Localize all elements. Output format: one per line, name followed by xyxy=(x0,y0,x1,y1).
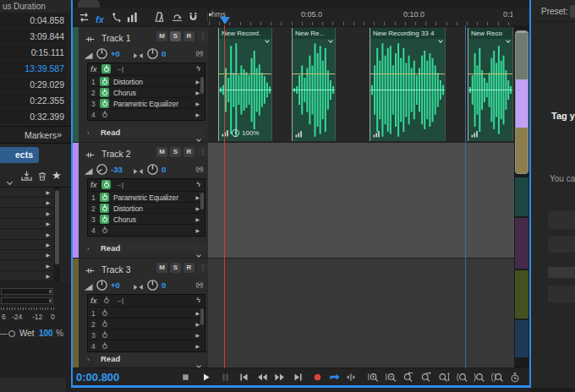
settings-list-row[interactable] xyxy=(548,267,575,278)
row-expand-arrow-icon[interactable]: ▶ xyxy=(46,263,50,269)
clip-header[interactable]: New Record… xyxy=(468,28,512,39)
audio-clip[interactable]: New Recording 33 4… xyxy=(370,28,446,141)
effect-power-off-icon[interactable] xyxy=(100,330,109,340)
preset-list-row[interactable]: ▶ xyxy=(0,250,52,260)
effect-options-arrow-icon[interactable]: ▶ xyxy=(195,194,200,200)
duration-list-item[interactable]: 3:09.844 xyxy=(0,29,64,45)
row-expand-arrow-icon[interactable]: ▶ xyxy=(46,231,50,237)
navigator-scroll-thumb[interactable] xyxy=(515,30,528,174)
audio-clip[interactable]: New Re… xyxy=(292,28,336,141)
effect-slot[interactable]: 1Distortion▶ xyxy=(88,75,205,86)
duration-list-item[interactable]: 0:29.029 xyxy=(0,77,64,93)
scrollbar-thumb[interactable] xyxy=(55,190,59,264)
effect-options-arrow-icon[interactable]: ▶ xyxy=(195,216,200,222)
star-icon[interactable]: ★ xyxy=(52,169,62,182)
zoom-out-button[interactable] xyxy=(383,370,398,384)
go-to-end-button[interactable] xyxy=(290,370,305,384)
effect-slot[interactable]: 4▶ xyxy=(88,224,205,235)
settings-list-row[interactable] xyxy=(548,211,575,229)
effect-options-arrow-icon[interactable]: ▶ xyxy=(195,205,200,211)
track-name[interactable]: Track 2 xyxy=(101,149,131,159)
effect-slot[interactable]: 2Chorus▶ xyxy=(88,86,205,97)
routing-icon[interactable] xyxy=(111,11,124,24)
duration-list-item[interactable]: 13:39.587 xyxy=(0,61,64,77)
track-r-button[interactable]: R xyxy=(183,31,194,41)
track-r-button[interactable]: R xyxy=(183,147,194,157)
duration-list-item[interactable]: 0:04.858 xyxy=(0,13,64,29)
monitor-input-icon[interactable]: ((•)) xyxy=(196,281,203,287)
automation-mode-dropdown[interactable]: Read xyxy=(96,242,205,253)
expand-chevron-icon[interactable]: › xyxy=(87,245,90,253)
volume-value[interactable]: +0 xyxy=(111,280,120,290)
volume-envelope-line[interactable] xyxy=(219,74,271,74)
effect-options-arrow-icon[interactable]: ▶ xyxy=(195,332,200,338)
trash-icon[interactable] xyxy=(36,171,48,182)
metronome-icon[interactable] xyxy=(153,11,167,24)
preset-list-row[interactable]: ▶ xyxy=(0,230,52,240)
playhead-time-display[interactable]: 0:00.800 xyxy=(76,371,119,384)
track-menu-button[interactable]: ⋮ xyxy=(197,147,208,157)
wet-value[interactable]: 100 xyxy=(39,329,53,338)
volume-envelope-line[interactable] xyxy=(468,74,512,74)
fx-power-on-icon[interactable] xyxy=(101,64,111,74)
effect-power-off-icon[interactable] xyxy=(100,226,109,235)
skip-selection-button[interactable] xyxy=(343,370,359,384)
freeze-icon[interactable]: ϟ xyxy=(196,180,200,188)
track-m-button[interactable]: M xyxy=(156,147,167,157)
row-expand-arrow-icon[interactable]: ▶ xyxy=(46,210,50,216)
preset-list-row[interactable]: ▶ xyxy=(0,219,52,229)
track-menu-button[interactable]: ⋮ xyxy=(197,263,208,273)
preset-list-row[interactable]: ▶ xyxy=(0,188,52,198)
effect-options-arrow-icon[interactable]: ▶ xyxy=(195,90,200,95)
effect-power-off-icon[interactable] xyxy=(100,110,109,119)
preset-list-row[interactable]: ▶ xyxy=(0,209,52,219)
effect-options-arrow-icon[interactable]: ▶ xyxy=(195,101,200,106)
fx-icon[interactable]: fx xyxy=(96,11,109,24)
duration-list-item[interactable]: 0:32.399 xyxy=(0,109,64,125)
volume-knob[interactable] xyxy=(96,279,108,291)
fx-power-off-icon[interactable] xyxy=(101,296,111,305)
effect-power-on-icon[interactable] xyxy=(100,204,109,213)
preset-dropdown[interactable] xyxy=(570,5,575,18)
freeze-icon[interactable]: ϟ xyxy=(196,296,200,304)
duration-list-item[interactable]: 0:15.111 xyxy=(0,45,64,61)
playhead-handle-icon[interactable] xyxy=(220,17,230,24)
pan-value[interactable]: 0 xyxy=(162,280,166,290)
effect-power-off-icon[interactable] xyxy=(100,308,109,318)
row-expand-arrow-icon[interactable]: ▶ xyxy=(46,189,50,195)
effect-slot[interactable]: 2▶ xyxy=(88,318,205,329)
record-button[interactable] xyxy=(309,370,325,384)
monitor-input-icon[interactable]: ((•)) xyxy=(196,50,203,56)
preset-list-scrollbar[interactable] xyxy=(54,188,60,282)
play-button[interactable] xyxy=(198,370,213,384)
volume-knob[interactable] xyxy=(96,47,108,60)
preset-list-row[interactable]: ▶ xyxy=(0,271,52,281)
preset-list-row[interactable]: ▶ xyxy=(0,198,52,208)
audio-clip[interactable]: New Record… xyxy=(468,28,513,141)
volume-envelope-line[interactable] xyxy=(293,74,335,74)
automation-mode-dropdown[interactable]: Read xyxy=(96,353,205,364)
effect-power-on-icon[interactable] xyxy=(100,99,109,108)
zoom-in-left-edge-button[interactable] xyxy=(401,370,416,384)
volume-value[interactable]: +0 xyxy=(111,49,120,58)
effect-slot[interactable]: 1▶ xyxy=(88,307,205,318)
effect-slot[interactable]: 3▶ xyxy=(88,329,205,340)
pan-knob[interactable] xyxy=(146,47,159,60)
audio-clip[interactable]: New Record…100% xyxy=(218,28,272,141)
rewind-button[interactable] xyxy=(255,370,270,384)
track-s-button[interactable]: S xyxy=(170,147,181,157)
volume-envelope-line[interactable] xyxy=(370,74,445,74)
zoom-in-button[interactable] xyxy=(365,370,381,384)
expand-chevron-icon[interactable]: › xyxy=(87,356,90,363)
pan-value[interactable]: 0 xyxy=(162,49,166,58)
effect-power-off-icon[interactable] xyxy=(100,319,109,329)
effect-options-arrow-icon[interactable]: ▶ xyxy=(195,321,200,327)
zoom-reset-button[interactable] xyxy=(507,370,523,384)
stop-button[interactable] xyxy=(178,370,193,384)
zoom-in-right-edge-button[interactable] xyxy=(419,370,434,384)
slot-scrollbar-thumb[interactable] xyxy=(200,308,204,325)
effect-power-off-icon[interactable] xyxy=(100,341,109,351)
track-m-button[interactable]: M xyxy=(156,31,167,41)
effect-options-arrow-icon[interactable]: ▶ xyxy=(195,310,200,316)
swap-icon[interactable] xyxy=(78,11,91,24)
